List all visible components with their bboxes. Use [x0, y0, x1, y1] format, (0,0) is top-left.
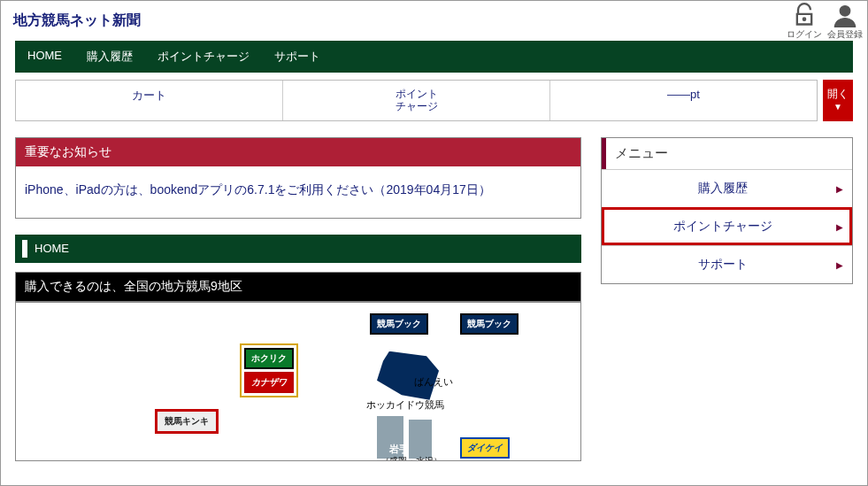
unlock-icon — [792, 3, 817, 27]
chevron-down-icon: ▼ — [833, 102, 842, 112]
open-button[interactable]: 開く ▼ — [823, 80, 853, 121]
iwate-shape-2 — [409, 420, 432, 459]
iwate-sub-label: （盛岡・水沢） — [380, 455, 442, 461]
map-area: 競馬ブック 競馬ブック ホクリク カナザワ 競馬キンキ ばんえい ホッカイドウ競… — [15, 302, 581, 461]
sub-bar: カート ポイント チャージ ——pt — [15, 80, 818, 121]
svg-point-1 — [840, 6, 850, 17]
menu-heading: メニュー — [602, 138, 852, 169]
nav-home[interactable]: HOME — [15, 41, 74, 73]
notice-box: 重要なお知らせ iPhone、iPadの方は、bookendアプリの6.7.1を… — [15, 137, 581, 219]
chevron-right-icon: ▶ — [836, 259, 843, 269]
banei-label: ばんえい — [414, 375, 453, 389]
buy-section-head: 購入できるのは、全国の地方競馬9地区 — [15, 272, 581, 302]
menu-item-charge[interactable]: ポイントチャージ ▶ — [602, 207, 852, 245]
menu-item-support[interactable]: サポート ▶ — [602, 245, 852, 283]
keiba-book-badge-1[interactable]: 競馬ブック — [370, 313, 428, 335]
daikei-badge[interactable]: ダイケイ — [460, 437, 510, 459]
side-menu: メニュー 購入履歴 ▶ ポイントチャージ ▶ サポート ▶ — [601, 137, 853, 284]
kanazawa-badge[interactable]: カナザワ — [244, 372, 294, 393]
home-section-head: HOME — [15, 235, 581, 263]
nav-support[interactable]: サポート — [262, 41, 333, 73]
iwate-label: 岩手 — [389, 443, 409, 456]
notice-heading: 重要なお知らせ — [16, 138, 580, 166]
keiba-book-badge-2[interactable]: 競馬ブック — [460, 313, 518, 335]
chevron-right-icon: ▶ — [836, 221, 843, 231]
site-title: 地方競馬ネット新聞 — [1, 1, 153, 41]
user-icon — [833, 3, 857, 27]
points-display: ——pt — [550, 81, 817, 120]
charge-button[interactable]: ポイント チャージ — [283, 81, 550, 120]
hokuriku-badge[interactable]: ホクリク — [244, 348, 294, 369]
nav-charge[interactable]: ポイントチャージ — [145, 41, 262, 73]
main-nav: HOME 購入履歴 ポイントチャージ サポート — [15, 41, 853, 73]
chevron-right-icon: ▶ — [836, 183, 843, 193]
hokuriku-group: ホクリク カナザワ — [240, 343, 298, 397]
register-button[interactable]: 会員登録 — [826, 3, 864, 41]
svg-point-0 — [803, 18, 806, 21]
keiba-kinki-badge[interactable]: 競馬キンキ — [155, 409, 219, 434]
section-bar-icon — [22, 240, 27, 258]
notice-link[interactable]: iPhone、iPadの方は、bookendアプリの6.7.1をご利用ください（… — [25, 182, 491, 197]
hokkaido-label: ホッカイドウ競馬 — [366, 398, 444, 412]
login-button[interactable]: ログイン — [786, 3, 823, 41]
menu-item-history[interactable]: 購入履歴 ▶ — [602, 169, 852, 207]
cart-button[interactable]: カート — [16, 81, 283, 120]
nav-history[interactable]: 購入履歴 — [74, 41, 145, 73]
